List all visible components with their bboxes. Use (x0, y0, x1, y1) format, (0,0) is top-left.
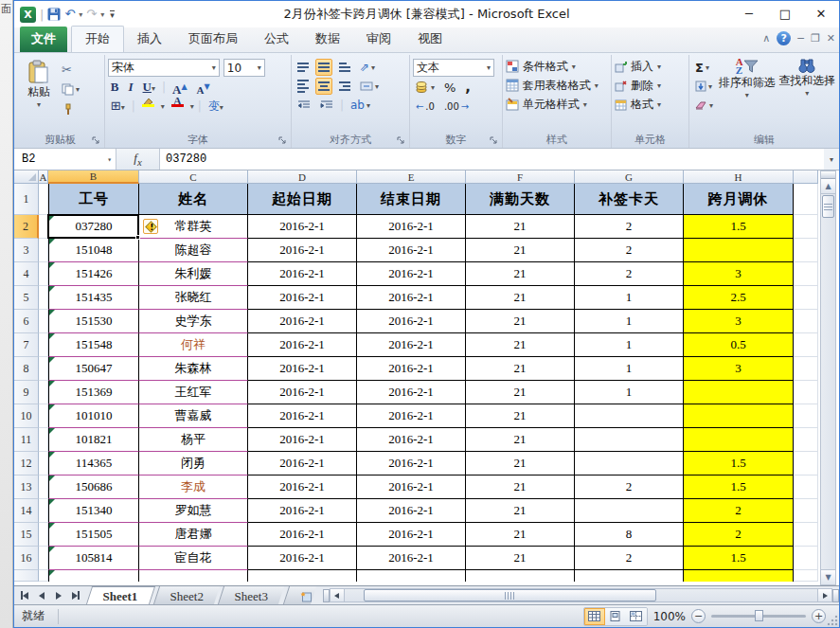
underline-button[interactable]: U▾ (140, 79, 158, 96)
font-color-button[interactable]: A (169, 98, 187, 115)
cell-H17[interactable] (684, 570, 794, 582)
cell-H5[interactable]: 2.5 (684, 286, 794, 310)
row-header-17[interactable] (14, 570, 39, 582)
cell-A4[interactable] (39, 262, 48, 286)
row-header-11[interactable]: 11 (14, 428, 39, 452)
cell-E13[interactable]: 2016-2-1 (357, 475, 466, 499)
tab-开始[interactable]: 开始 (71, 26, 124, 52)
cell-G15[interactable]: 8 (575, 523, 684, 547)
cell-I15[interactable] (794, 523, 818, 547)
cell-C15[interactable]: 唐君娜 (139, 523, 248, 547)
cell-H15[interactable]: 2 (684, 523, 794, 547)
horizontal-scroll-thumb[interactable] (364, 589, 657, 601)
cell-A8[interactable] (39, 357, 48, 381)
cell-D14[interactable]: 2016-2-1 (248, 499, 357, 523)
cell-C11[interactable]: 杨平 (139, 428, 248, 452)
find-select-dropdown-icon[interactable]: ▾ (805, 89, 809, 98)
cell-H13[interactable]: 1.5 (684, 475, 794, 499)
workbook-restore-icon[interactable]: ❐ (811, 32, 820, 45)
column-header-C[interactable]: C (139, 170, 248, 184)
row-header-5[interactable]: 5 (14, 286, 39, 310)
borders-button[interactable]: ⊞▾ (108, 98, 128, 115)
autosum-button[interactable]: Σ▾ (692, 59, 716, 76)
cell-I8[interactable] (794, 357, 818, 381)
align-middle-icon[interactable] (315, 59, 332, 76)
cell-E6[interactable]: 2016-2-1 (357, 310, 466, 333)
cell-B6[interactable]: 151530 (48, 310, 139, 333)
vertical-scroll-thumb[interactable] (822, 195, 834, 218)
increase-indent-icon[interactable] (317, 97, 336, 114)
scroll-down-icon[interactable]: ▼ (821, 569, 835, 584)
zoom-in-icon[interactable]: + (812, 609, 826, 623)
cell-C3[interactable]: 陈超容 (139, 239, 248, 262)
cell-D8[interactable]: 2016-2-1 (248, 357, 357, 381)
cell-F6[interactable]: 21 (466, 310, 575, 333)
cell-C14[interactable]: 罗如慧 (139, 499, 248, 523)
undo-dropdown-icon[interactable]: ▾ (79, 10, 82, 19)
column-header-B[interactable]: B (48, 170, 139, 184)
cell-I1[interactable] (794, 184, 818, 215)
next-sheet-icon[interactable] (50, 588, 66, 603)
name-box[interactable]: B2 ▾ (14, 149, 116, 170)
cell-I12[interactable] (794, 452, 818, 475)
page-layout-view-icon[interactable] (605, 608, 626, 625)
decrease-decimal-icon[interactable]: .00→ (441, 98, 472, 115)
cell-B11[interactable]: 101821 (48, 428, 139, 452)
cell-C6[interactable]: 史学东 (139, 310, 248, 333)
workbook-minimize-icon[interactable]: ─ (797, 32, 804, 45)
cell-I13[interactable] (794, 475, 818, 499)
italic-button[interactable]: I (125, 79, 135, 96)
fill-button[interactable]: ▾ (692, 78, 716, 95)
error-checking-icon[interactable] (143, 219, 158, 234)
table-header-2[interactable]: 姓名 (139, 184, 248, 215)
cell-C4[interactable]: 朱利媛 (139, 262, 248, 286)
cell-B10[interactable]: 101010 (48, 404, 139, 428)
clipboard-dialog-launcher-icon[interactable] (92, 136, 101, 146)
font-dialog-launcher-icon[interactable] (278, 136, 288, 146)
cell-E14[interactable]: 2016-2-1 (357, 499, 466, 523)
cell-C9[interactable]: 王红军 (139, 381, 248, 404)
font-name-combo[interactable]: 宋体▾ (108, 59, 220, 77)
cell-I2[interactable] (794, 215, 818, 239)
cut-icon[interactable]: ✂ (59, 61, 82, 78)
cell-F3[interactable]: 21 (466, 239, 575, 262)
comma-style-button[interactable]: , (462, 79, 474, 96)
cell-B12[interactable]: 114365 (48, 452, 139, 475)
copy-icon[interactable]: ▾ (59, 81, 82, 98)
cell-D15[interactable]: 2016-2-1 (248, 523, 357, 547)
cell-F10[interactable]: 21 (466, 404, 575, 428)
table-header-1[interactable]: 工号 (48, 184, 139, 215)
cell-D12[interactable]: 2016-2-1 (248, 452, 357, 475)
cell-B13[interactable]: 150686 (48, 475, 139, 499)
cell-I17[interactable] (794, 570, 818, 582)
excel-app-icon[interactable]: X (20, 7, 36, 23)
cell-I4[interactable] (794, 262, 818, 286)
cell-E11[interactable]: 2016-2-1 (357, 428, 466, 452)
merge-center-icon[interactable]: ▾ (357, 78, 382, 95)
number-format-combo[interactable]: 文本▾ (413, 59, 494, 77)
cell-F4[interactable]: 21 (466, 262, 575, 286)
zoom-slider[interactable] (711, 615, 806, 618)
cell-G5[interactable]: 1 (575, 286, 684, 310)
cell-I9[interactable] (794, 381, 818, 404)
cell-D9[interactable]: 2016-2-1 (248, 381, 357, 404)
insert-cells-button[interactable]: 插入▾ (615, 57, 686, 76)
scroll-left-icon[interactable] (330, 588, 345, 602)
paste-button[interactable]: 粘贴 ▾ (19, 57, 59, 117)
cell-D16[interactable]: 2016-2-1 (248, 547, 357, 570)
align-right-icon[interactable] (336, 78, 353, 95)
row-header-10[interactable]: 10 (14, 404, 39, 428)
cell-D7[interactable]: 2016-2-1 (248, 333, 357, 357)
cell-F17[interactable] (466, 570, 575, 582)
previous-sheet-icon[interactable] (33, 588, 49, 603)
cell-C5[interactable]: 张晓红 (139, 286, 248, 310)
cell-H3[interactable] (684, 239, 794, 262)
cell-C7[interactable]: 何祥 (139, 333, 248, 357)
alignment-dialog-launcher-icon[interactable] (397, 136, 406, 146)
row-header-13[interactable]: 13 (14, 475, 39, 499)
cell-A13[interactable] (39, 475, 48, 499)
cell-F9[interactable]: 21 (466, 381, 575, 404)
cell-G7[interactable]: 1 (575, 333, 684, 357)
cell-A9[interactable] (39, 381, 48, 404)
wrap-rotate-icon[interactable]: ab▾ (348, 97, 373, 114)
